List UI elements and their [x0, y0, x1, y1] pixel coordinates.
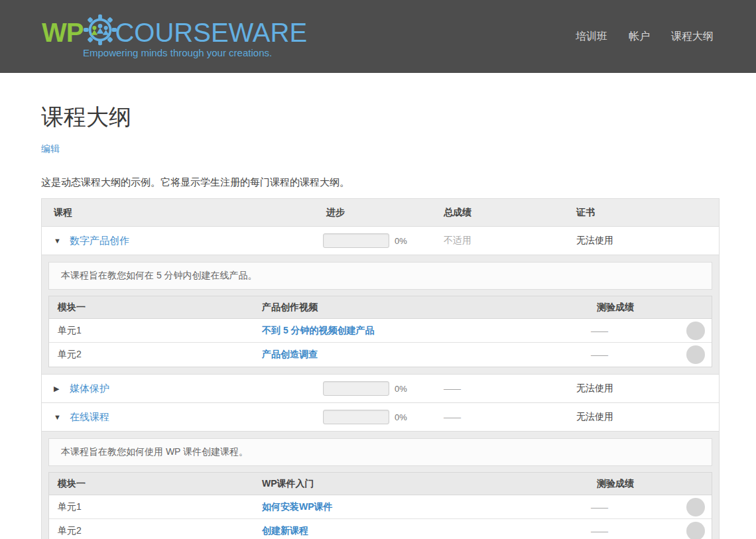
edit-link[interactable]: 编辑	[41, 143, 60, 155]
unit-link[interactable]: 如何安装WP课件	[262, 501, 333, 512]
course-link[interactable]: 媒体保护	[70, 383, 109, 395]
unit-row: 单元1 如何安装WP课件 ——	[49, 495, 712, 519]
grade-dash: ——	[432, 412, 564, 422]
course-description: 本课程旨在教您如何使用 WP 课件创建课程。	[48, 438, 712, 466]
status-circle-icon	[686, 522, 705, 539]
unit-row: 单元1 不到 5 分钟的视频创建产品 ——	[49, 319, 712, 343]
unit-label: 单元1	[49, 325, 253, 337]
unit-label: 单元2	[49, 525, 253, 537]
gear-people-icon	[81, 12, 119, 48]
certificate-value: 无法使用	[564, 411, 719, 423]
quiz-score-dash: ——	[588, 326, 681, 336]
quiz-score-dash: ——	[588, 502, 681, 512]
logo-row: WP	[42, 15, 307, 50]
course-link[interactable]: 在线课程	[70, 411, 109, 424]
nav-item-training[interactable]: 培训班	[576, 30, 607, 44]
col-header-grade: 总成绩	[432, 207, 564, 219]
page-content: 课程大纲 编辑 这是动态课程大纲的示例。它将显示学生注册的每门课程的课程大纲。 …	[41, 102, 720, 539]
course-outline-table: 课程 进步 总成绩 证书 ▼ 数字产品创作 0% 不适用 无法使用 本课程旨在教…	[41, 198, 720, 539]
module-quiz-header: 测验成绩	[588, 478, 681, 490]
module-table: 模块一 WP课件入门 测验成绩 单元1 如何安装WP课件 —— 单元2 创建新课…	[48, 472, 712, 539]
unit-link[interactable]: 产品创造调查	[262, 349, 318, 359]
module-header-row: 模块一 产品创作视频 测验成绩	[49, 296, 712, 319]
course-link[interactable]: 数字产品创作	[70, 235, 129, 247]
course-description: 本课程旨在教您如何在 5 分钟内创建在线产品。	[48, 262, 712, 290]
module-name: 模块一	[49, 302, 253, 314]
status-circle-icon	[686, 345, 705, 364]
status-circle-icon	[686, 498, 705, 516]
progress-percent: 0%	[395, 384, 407, 394]
module-table: 模块一 产品创作视频 测验成绩 单元1 不到 5 分钟的视频创建产品 —— 单元…	[48, 296, 712, 367]
col-header-progress: 进步	[323, 207, 432, 219]
logo-courseware-text: COURSEWARE	[115, 18, 307, 48]
table-header-row: 课程 进步 总成绩 证书	[42, 199, 719, 227]
course-row-online-course: ▼ 在线课程 0% —— 无法使用	[42, 403, 719, 432]
nav-item-outline[interactable]: 课程大纲	[671, 30, 714, 44]
quiz-score-dash: ——	[588, 349, 681, 360]
course-expanded-section: 本课程旨在教您如何在 5 分钟内创建在线产品。 模块一 产品创作视频 测验成绩 …	[42, 255, 719, 375]
module-quiz-header: 测验成绩	[588, 302, 681, 314]
logo-wp-text: WP	[42, 18, 83, 48]
collapse-triangle-down-icon[interactable]: ▼	[54, 237, 63, 245]
module-title: WP课件入门	[253, 478, 588, 490]
certificate-value: 无法使用	[564, 383, 719, 394]
main-nav: 培训班 帐户 课程大纲	[576, 30, 714, 44]
progress-bar	[323, 381, 389, 396]
unit-row: 单元2 产品创造调查 ——	[49, 343, 712, 367]
logo-tagline: Empowering minds through your creations.	[42, 47, 307, 58]
course-expanded-section: 本课程旨在教您如何使用 WP 课件创建课程。 模块一 WP课件入门 测验成绩 单…	[42, 432, 719, 539]
module-name: 模块一	[49, 478, 253, 490]
module-header-row: 模块一 WP课件入门 测验成绩	[49, 473, 712, 495]
unit-label: 单元2	[49, 349, 253, 361]
collapse-triangle-down-icon[interactable]: ▼	[54, 413, 63, 421]
col-header-certificate: 证书	[564, 207, 719, 219]
nav-item-account[interactable]: 帐户	[629, 30, 650, 44]
course-row-digital-product: ▼ 数字产品创作 0% 不适用 无法使用	[42, 227, 719, 255]
unit-label: 单元1	[49, 501, 253, 513]
quiz-score-dash: ——	[588, 526, 681, 536]
page-title: 课程大纲	[41, 102, 720, 133]
site-logo[interactable]: WP	[42, 15, 307, 58]
progress-bar	[323, 410, 389, 424]
grade-value: 不适用	[432, 235, 564, 247]
course-row-media-protect: ▶ 媒体保护 0% —— 无法使用	[42, 375, 719, 403]
col-header-course: 课程	[42, 207, 323, 219]
unit-link[interactable]: 创建新课程	[262, 525, 308, 536]
status-circle-icon	[686, 322, 705, 340]
site-header: WP	[0, 0, 756, 73]
unit-link[interactable]: 不到 5 分钟的视频创建产品	[262, 325, 375, 335]
intro-text: 这是动态课程大纲的示例。它将显示学生注册的每门课程的课程大纲。	[41, 176, 720, 189]
progress-percent: 0%	[395, 236, 407, 246]
unit-row: 单元2 创建新课程 ——	[49, 519, 712, 539]
expand-triangle-right-icon[interactable]: ▶	[54, 385, 63, 393]
grade-dash: ——	[432, 383, 564, 394]
module-title: 产品创作视频	[253, 302, 588, 314]
certificate-value: 无法使用	[564, 235, 719, 247]
progress-percent: 0%	[395, 412, 407, 422]
progress-bar	[323, 233, 389, 248]
